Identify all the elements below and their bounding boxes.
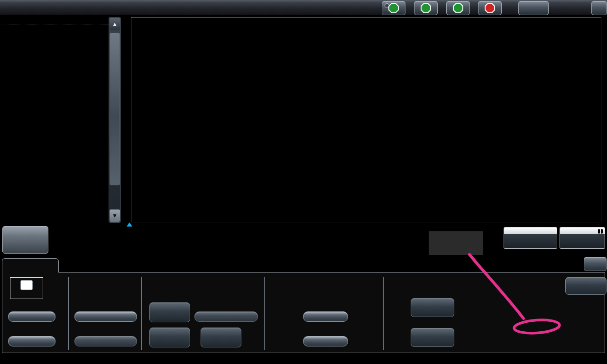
enable-group bbox=[10, 277, 43, 299]
section-divider bbox=[483, 277, 483, 350]
scope-application: ▲ ▼ bbox=[0, 0, 607, 364]
trigger-setup-button[interactable] bbox=[518, 1, 549, 15]
section-divider bbox=[68, 277, 69, 350]
trigger-descriptor-box[interactable] bbox=[560, 227, 605, 249]
reset-fft-button[interactable] bbox=[565, 277, 607, 295]
normal-trigger-go-button[interactable] bbox=[414, 1, 438, 15]
fft-window-select[interactable] bbox=[8, 336, 55, 346]
trigger-source-badge bbox=[598, 229, 600, 234]
span-field[interactable] bbox=[303, 336, 348, 346]
section-divider bbox=[264, 277, 265, 350]
marker-to-center-freq-button[interactable] bbox=[149, 328, 190, 347]
close-button[interactable] bbox=[584, 257, 607, 271]
fft-source-select[interactable] bbox=[8, 311, 55, 322]
peak-markers-layer bbox=[131, 18, 601, 222]
clear-baseline-button[interactable] bbox=[411, 328, 454, 347]
go-octagon-icon bbox=[421, 3, 431, 13]
timebase-descriptor-box[interactable] bbox=[504, 227, 557, 249]
auto-trigger-go-button[interactable] bbox=[382, 1, 405, 15]
scrollbar-thumb[interactable] bbox=[110, 33, 120, 185]
enable-checkbox[interactable] bbox=[20, 280, 33, 290]
spectrum-analyzer-dialog bbox=[2, 272, 605, 353]
table-scrollbar[interactable]: ▲ ▼ bbox=[109, 17, 121, 223]
tab-spectrum-analyzer[interactable] bbox=[2, 258, 59, 273]
spectrum-plot[interactable] bbox=[131, 17, 601, 222]
go-octagon-icon bbox=[388, 3, 399, 13]
delta-f-callout bbox=[429, 231, 483, 255]
scroll-up-button[interactable]: ▲ bbox=[110, 18, 120, 30]
go-octagon-icon bbox=[453, 3, 463, 13]
section-divider bbox=[141, 277, 142, 350]
center-freq-field[interactable] bbox=[303, 311, 348, 322]
single-trigger-go-button[interactable] bbox=[446, 1, 470, 15]
marker-to-ref-level-button[interactable] bbox=[201, 328, 241, 347]
specan-descriptor-box[interactable] bbox=[2, 226, 48, 254]
stop-trigger-button[interactable] bbox=[478, 1, 502, 15]
peak-search-button[interactable] bbox=[149, 302, 190, 322]
trigger-position-icon bbox=[127, 222, 132, 227]
menu-bar bbox=[0, 0, 607, 16]
reference-level-field[interactable] bbox=[194, 311, 258, 322]
store-baseline-button[interactable] bbox=[411, 298, 454, 317]
resolution-bw-field[interactable] bbox=[74, 336, 137, 346]
peak-table-header bbox=[1, 17, 109, 25]
trigger-coupling-badge bbox=[601, 229, 603, 234]
averages-field[interactable] bbox=[74, 311, 137, 322]
undo-button[interactable] bbox=[591, 1, 607, 15]
peak-table bbox=[1, 17, 109, 223]
section-divider bbox=[383, 277, 384, 350]
scroll-down-button[interactable]: ▼ bbox=[110, 209, 120, 222]
stop-octagon-icon bbox=[485, 3, 495, 13]
